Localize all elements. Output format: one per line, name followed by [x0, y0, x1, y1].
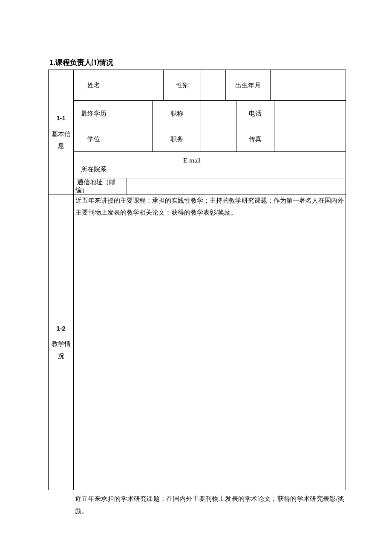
side-label-basic-info: 1-1 基本信息	[49, 70, 74, 195]
label-job-title: 职称	[153, 101, 201, 126]
form-table: 1-1 基本信息 姓名 性别 出生年月 最终学历 职称 电话 学位 职务 传真	[48, 70, 346, 490]
label-fax: 传真	[236, 126, 274, 152]
research-content: 近五年来承担的学术研究课题；在国内外主要刊物上发表的学术论文；获得的学术研究表彰…	[75, 493, 344, 518]
value-email[interactable]	[218, 152, 346, 178]
value-duty[interactable]	[201, 126, 236, 152]
value-fax[interactable]	[274, 126, 346, 152]
value-degree[interactable]	[114, 126, 153, 152]
value-department[interactable]	[114, 152, 166, 178]
value-address[interactable]	[127, 178, 346, 195]
value-education[interactable]	[114, 101, 153, 126]
value-name[interactable]	[114, 70, 164, 101]
label-department: 所在院系	[74, 152, 114, 178]
label-gender: 性别	[164, 70, 201, 101]
label-degree: 学位	[74, 126, 114, 152]
section-title-teaching: 教学情况	[52, 340, 71, 360]
label-birth: 出生年月	[226, 70, 271, 101]
label-name: 姓名	[74, 70, 114, 101]
value-gender[interactable]	[201, 70, 226, 101]
section-number-1-1: 1-1	[50, 112, 72, 125]
value-birth[interactable]	[271, 70, 346, 101]
side-label-teaching: 1-2 教学情况	[49, 195, 74, 490]
label-phone: 电话	[236, 101, 274, 126]
value-job-title[interactable]	[201, 101, 236, 126]
label-email: E-mail	[166, 152, 218, 178]
section-number-1-2: 1-2	[50, 323, 72, 335]
document-page: 1.课程负责人⑴情况 1-1 基本信息 姓名 性别	[0, 0, 392, 555]
label-education: 最终学历	[74, 101, 114, 126]
label-address: 通信地址（邮编）	[74, 178, 127, 195]
value-phone[interactable]	[274, 101, 346, 126]
section-title-basic-info: 基本信息	[52, 131, 71, 150]
label-duty: 职务	[153, 126, 201, 152]
section-heading: 1.课程负责人⑴情况	[49, 58, 345, 67]
teaching-content[interactable]: 近五年来讲授的主要课程；承担的实践性教学；主持的教学研究课题；作为第一著名人在国…	[74, 195, 346, 490]
